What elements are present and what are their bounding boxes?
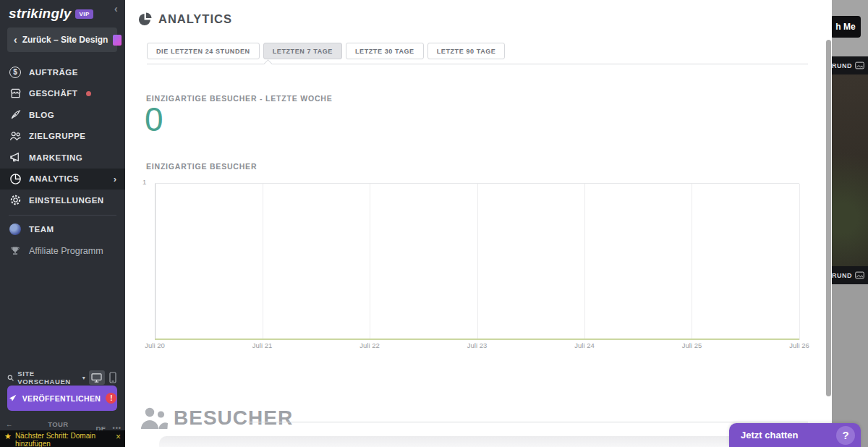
help-icon[interactable]: ?: [836, 426, 855, 445]
rocket-icon: [8, 393, 17, 403]
x-tick-label: Juli 26: [789, 341, 809, 349]
sidebar-divider: [9, 215, 116, 216]
gridline: [370, 184, 370, 340]
date-range-tabs: DIE LETZTEN 24 STUNDEN LETZTEN 7 TAGE LE…: [147, 43, 505, 59]
chevron-left-icon: ‹: [14, 34, 17, 46]
x-tick-label: Juli 21: [252, 341, 272, 349]
gear-icon: [9, 194, 22, 207]
x-tick-label: Juli 22: [359, 341, 379, 349]
site-editor-strip: h Me RUND RUND: [832, 0, 868, 447]
sidebar-item-einstellungen[interactable]: EINSTELLUNGEN: [0, 190, 125, 211]
hintergrund-button-top[interactable]: RUND: [832, 56, 868, 74]
sidebar-nav: $ AUFTRÄGE GESCHÄFT BLOG: [0, 61, 125, 262]
vertical-scrollbar[interactable]: [826, 40, 831, 396]
sidebar-item-blog[interactable]: BLOG: [0, 104, 125, 126]
tab-last-24-hours[interactable]: DIE LETZTEN 24 STUNDEN: [147, 43, 260, 59]
tab-last-7-days[interactable]: LETZTEN 7 TAGE: [263, 43, 342, 59]
mobile-preview-button[interactable]: [109, 370, 118, 385]
pie-chart-icon: [137, 12, 153, 27]
unique-visitors-stat-label: EINZIGARTIGE BESUCHER - LETZTE WOCHE: [146, 94, 332, 103]
gridline: [477, 184, 478, 340]
site-preview-label[interactable]: SITE VORSCHAUEN: [17, 370, 78, 386]
next-step-text: Nächster Schritt: Domain hinzufügen: [15, 433, 101, 447]
site-background-image: [832, 74, 868, 266]
storefront-icon: [9, 87, 22, 100]
pen-icon: [9, 108, 22, 122]
visitors-people-icon: [140, 405, 169, 431]
publish-button[interactable]: VERÖFFENTLICHEN !: [7, 386, 117, 411]
arrow-left-icon: ←: [6, 420, 13, 428]
analytics-header: ANALYTICS: [137, 12, 232, 27]
unique-visitors-stat-value: 0: [145, 100, 163, 139]
site-preview-row: SITE VORSCHAUEN ▾: [7, 370, 118, 386]
sidebar-item-team[interactable]: TEAM: [0, 219, 125, 241]
visitors-zero-series-line: [155, 339, 799, 340]
star-icon: ★: [4, 433, 12, 440]
sidebar-collapse-icon[interactable]: ‹: [114, 3, 118, 14]
dollar-circle-icon: $: [9, 66, 22, 79]
desktop-preview-button[interactable]: [89, 370, 105, 385]
people-icon: [9, 129, 22, 142]
chat-button[interactable]: Jetzt chatten ?: [729, 423, 861, 447]
y-axis-max-label: 1: [142, 178, 146, 186]
unique-visitors-chart: [155, 183, 799, 340]
hintergrund-button-bottom[interactable]: RUND: [832, 266, 868, 284]
x-tick-label: Juli 25: [682, 341, 702, 349]
sidebar-item-zielgruppe[interactable]: ZIELGRUPPE: [0, 126, 125, 148]
close-icon[interactable]: ×: [116, 433, 121, 441]
image-icon: [855, 271, 864, 279]
next-card-edge: [159, 436, 796, 447]
sidebar-item-affiliate-programm[interactable]: Affiliate Programm: [0, 240, 125, 262]
gridline: [263, 184, 263, 340]
sidebar-item-marketing[interactable]: MARKETING: [0, 147, 125, 169]
gridline: [692, 184, 692, 340]
notification-dot: [86, 91, 91, 96]
x-tick-label: Juli 20: [145, 341, 164, 349]
sidebar-item-auftraege[interactable]: $ AUFTRÄGE: [0, 61, 125, 83]
next-step-bar: ★ Nächster Schritt: Domain hinzufügen ×: [0, 430, 125, 447]
analytics-panel: ANALYTICS DIE LETZTEN 24 STUNDEN LETZTEN…: [125, 0, 832, 447]
strikingly-logo: strikingly: [9, 6, 71, 22]
chevron-down-icon[interactable]: ▾: [82, 375, 85, 381]
page-title: ANALYTICS: [158, 12, 232, 26]
tab-last-30-days[interactable]: LETZTE 30 TAGE: [346, 43, 424, 59]
sidebar-item-geschaeft[interactable]: GESCHÄFT: [0, 83, 125, 105]
chevron-right-icon: ›: [114, 174, 116, 184]
watch-me-button[interactable]: h Me: [830, 16, 861, 38]
image-icon: [855, 61, 864, 69]
x-axis-labels: Juli 20 Juli 21 Juli 22 Juli 23 Juli 24 …: [155, 341, 799, 352]
gridline: [584, 184, 585, 340]
search-icon: [7, 374, 14, 382]
publish-warning-badge: !: [106, 393, 116, 404]
phone-icon: [109, 372, 116, 383]
brand: strikingly VIP: [9, 6, 93, 22]
visitors-section-header: BESUCHER: [140, 405, 293, 431]
y-axis-line: [155, 184, 156, 340]
chart-title: EINZIGARTIGE BESUCHER: [146, 162, 257, 171]
site-thumbnail-icon: [113, 35, 122, 46]
strikingly-dashboard: strikingly VIP ‹ ‹ Zurück – Site Design …: [0, 0, 868, 447]
megaphone-icon: [9, 151, 22, 164]
x-tick-label: Juli 24: [574, 341, 594, 349]
sidebar-item-analytics[interactable]: ANALYTICS ›: [0, 169, 125, 190]
vip-badge: VIP: [75, 9, 93, 19]
selected-tab-notch: [263, 59, 273, 69]
tab-last-90-days[interactable]: LETZTE 90 TAGE: [427, 43, 506, 59]
x-tick-label: Juli 23: [467, 341, 487, 349]
sidebar: strikingly VIP ‹ ‹ Zurück – Site Design …: [0, 0, 125, 447]
trophy-icon: [9, 244, 22, 257]
team-avatar: [9, 223, 22, 236]
section-divider: [248, 422, 808, 422]
pie-chart-icon: [9, 172, 22, 185]
tabs-divider: [147, 64, 808, 64]
back-to-site-design-button[interactable]: ‹ Zurück – Site Design: [7, 27, 117, 52]
gridline: [799, 184, 800, 340]
monitor-icon: [91, 373, 102, 383]
section-title: BESUCHER: [174, 406, 293, 430]
